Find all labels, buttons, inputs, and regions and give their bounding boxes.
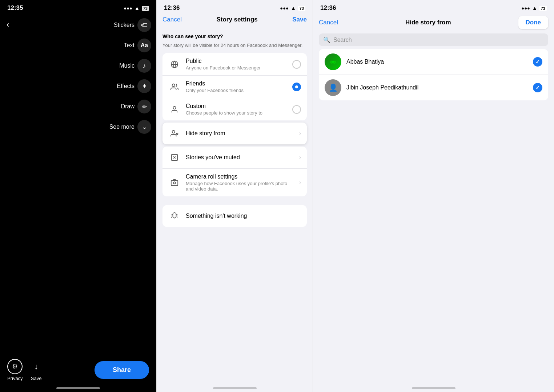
something-card: Something isn't working: [162, 205, 307, 227]
time-2: 12:36: [164, 4, 180, 12]
friends-option-sub: Only your Facebook friends: [186, 88, 292, 93]
text-tool[interactable]: Text Aa: [124, 39, 151, 52]
custom-option-sub: Choose people to show your story to: [186, 110, 292, 116]
selected-check-abbas: ✓: [533, 57, 542, 67]
stories-muted-row[interactable]: Stories you've muted ›: [162, 147, 307, 169]
custom-option-row[interactable]: Custom Choose people to show your story …: [162, 98, 307, 120]
status-bar-2: 12:36 ●●● ▲ 73: [157, 0, 313, 15]
bug-icon: [168, 210, 181, 222]
friends-icon: [168, 81, 181, 93]
avatar-image-jibin: 👤: [329, 83, 338, 92]
custom-option-content: Custom Choose people to show your story …: [186, 103, 292, 116]
music-label: Music: [119, 63, 135, 69]
something-content: Something isn't working: [186, 213, 301, 219]
camera-icon: [168, 176, 181, 189]
public-icon: [168, 58, 181, 71]
draw-label: Draw: [121, 103, 135, 110]
time-3: 12:36: [320, 4, 336, 12]
list-item[interactable]: ∞ Abbas Bhatiya ✓: [319, 49, 548, 75]
bottom-bar: ⚙ Privacy ↓ Save Share: [0, 359, 156, 381]
story-creator-panel: 12:35 ●●● ▲ 73 ‹ Stickers 🏷 Text Aa Musi…: [0, 0, 156, 392]
signal-icon-2: ●●●: [280, 5, 289, 11]
search-bar[interactable]: 🔍 Search: [319, 33, 548, 46]
effects-label: Effects: [117, 83, 135, 89]
public-radio[interactable]: [292, 60, 301, 69]
friends-option-title: Friends: [186, 80, 292, 87]
friend-name-abbas: Abbas Bhatiya: [346, 59, 533, 65]
hide-story-label: Hide story from: [186, 130, 296, 137]
camera-chevron-icon: ›: [299, 179, 301, 186]
save-icon: ↓: [29, 359, 44, 374]
stickers-tool[interactable]: Stickers 🏷: [114, 18, 151, 32]
custom-option-title: Custom: [186, 103, 292, 109]
camera-roll-content: Camera roll settings Manage how Facebook…: [186, 173, 296, 192]
wifi-icon-2: ▲: [291, 5, 296, 11]
custom-radio[interactable]: [292, 105, 301, 114]
share-button[interactable]: Share: [95, 361, 149, 379]
public-option-sub: Anyone on Facebook or Messenger: [186, 65, 292, 71]
text-icon: Aa: [137, 39, 151, 52]
tools-menu: Stickers 🏷 Text Aa Music ♪ Effects ✦ Dra…: [109, 18, 151, 134]
privacy-icon: ⚙: [7, 359, 23, 374]
battery-icon-3: 73: [539, 5, 547, 11]
save-label: Save: [31, 376, 42, 381]
effects-tool[interactable]: Effects ✦: [117, 79, 151, 93]
cancel-button-3[interactable]: Cancel: [319, 19, 338, 26]
cancel-button-2[interactable]: Cancel: [162, 16, 182, 23]
hide-story-content: Hide story from: [186, 130, 296, 137]
camera-roll-sub: Manage how Facebook uses your profile's …: [186, 181, 296, 192]
status-bar-1: 12:35 ●●● ▲ 73: [0, 0, 156, 15]
music-icon: ♪: [137, 59, 151, 73]
status-bar-3: 12:36 ●●● ▲ 73: [313, 0, 554, 15]
hide-story-chevron-icon: ›: [299, 130, 301, 137]
battery-icon: 73: [142, 5, 149, 11]
something-row[interactable]: Something isn't working: [162, 205, 307, 227]
signal-icon-3: ●●●: [521, 5, 530, 11]
friends-option-content: Friends Only your Facebook friends: [186, 80, 292, 93]
visibility-options-card: Public Anyone on Facebook or Messenger F…: [162, 53, 307, 120]
effects-icon: ✦: [137, 79, 151, 93]
stickers-label: Stickers: [114, 22, 135, 28]
hide-story-from-row[interactable]: Hide story from ›: [162, 123, 307, 144]
muted-chevron-icon: ›: [299, 154, 301, 161]
chevron-down-icon: ⌄: [137, 120, 151, 134]
who-can-see-sub: Your story will be visible for 24 hours …: [157, 42, 313, 53]
list-item[interactable]: 👤 Jibin Joseph Peedikathundil ✓: [319, 75, 548, 100]
privacy-label: Privacy: [7, 376, 23, 381]
privacy-button[interactable]: ⚙ Privacy: [7, 359, 23, 381]
avatar-jibin: 👤: [325, 79, 341, 96]
story-settings-panel: 12:36 ●●● ▲ 73 Cancel Story settings Sav…: [156, 0, 313, 392]
svg-point-11: [173, 182, 176, 184]
save-button[interactable]: ↓ Save: [29, 359, 44, 381]
friends-list: ∞ Abbas Bhatiya ✓ 👤 Jibin Joseph Peedika…: [319, 49, 548, 100]
svg-point-3: [173, 106, 176, 109]
page-title-3: Hide story from: [405, 19, 451, 26]
status-icons-3: ●●● ▲ 73: [521, 5, 547, 11]
save-nav-button[interactable]: Save: [292, 16, 307, 23]
hide-story-from-card[interactable]: Hide story from ›: [162, 123, 307, 144]
svg-rect-10: [171, 181, 178, 186]
public-option-content: Public Anyone on Facebook or Messenger: [186, 58, 292, 71]
friends-radio[interactable]: [292, 83, 301, 91]
see-more-tool[interactable]: See more ⌄: [109, 120, 151, 134]
status-icons-1: ●●● ▲ 73: [124, 5, 149, 11]
done-button[interactable]: Done: [518, 16, 549, 29]
hide-story-icon: [168, 127, 181, 140]
draw-icon: ✏: [137, 100, 151, 113]
friends-option-row[interactable]: Friends Only your Facebook friends: [162, 76, 307, 98]
more-settings-card: Stories you've muted › Camera roll setti…: [162, 147, 307, 196]
text-label: Text: [124, 42, 135, 49]
home-indicator-2: [213, 387, 257, 389]
home-indicator-1: [56, 387, 100, 389]
time-1: 12:35: [7, 4, 23, 12]
avatar-abbas: ∞: [325, 53, 341, 70]
draw-tool[interactable]: Draw ✏: [121, 100, 151, 113]
wifi-icon: ▲: [135, 5, 140, 11]
camera-roll-row[interactable]: Camera roll settings Manage how Facebook…: [162, 169, 307, 196]
public-option-row[interactable]: Public Anyone on Facebook or Messenger: [162, 53, 307, 76]
custom-icon: [168, 103, 181, 116]
search-icon: 🔍: [323, 36, 330, 43]
music-tool[interactable]: Music ♪: [119, 59, 151, 73]
back-button[interactable]: ‹: [7, 20, 9, 29]
battery-icon-2: 73: [298, 5, 305, 11]
